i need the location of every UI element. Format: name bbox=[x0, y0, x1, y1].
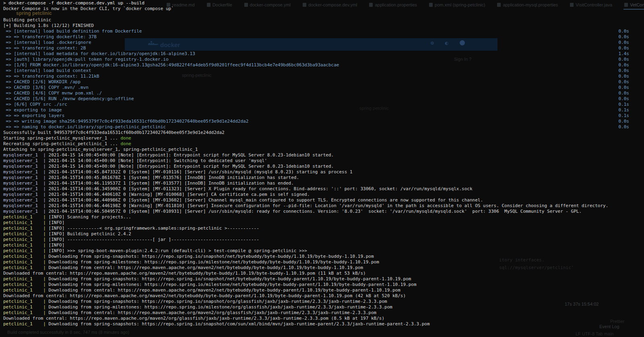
terminal-line bbox=[3, 12, 644, 17]
terminal-line: mysqlserver_1 | 2021-04-15T14:00:46.5049… bbox=[3, 209, 644, 214]
build-step-text: => CACHED [3/6] COPY .mvn/ .mvn bbox=[3, 85, 89, 90]
terminal-line: mysqlserver_1 | 2021-04-15T14:00:45.8473… bbox=[3, 169, 644, 175]
log-text: [+] Building 1.8s (12/12) FINISHED bbox=[3, 23, 94, 28]
service-name: mysqlserver_1 | bbox=[3, 152, 49, 158]
service-name: petclinic_1 | bbox=[3, 304, 49, 310]
terminal-line: => => writing image sha256:9495379f7c0c4… bbox=[3, 119, 644, 124]
build-step-text: => => naming to docker.io/library/spring… bbox=[3, 124, 166, 129]
log-text: Downloading from spring-snapshots: https… bbox=[49, 299, 387, 304]
terminal-line: mysqlserver_1 | 2021-04-15T14:00:46.1195… bbox=[3, 181, 644, 186]
log-text: Attaching to spring-petclinic_mysqlserve… bbox=[3, 147, 198, 152]
build-step-duration: 0.0s bbox=[619, 90, 630, 96]
terminal-line: Downloaded from central: https://repo.ma… bbox=[3, 271, 644, 276]
log-text: [INFO] Scanning for projects... bbox=[49, 214, 131, 220]
service-name: mysqlserver_1 | bbox=[3, 186, 49, 191]
build-step-duration: 0.0s bbox=[619, 57, 630, 62]
log-text: Starting spring-petclinic_mysqlserver_1 … bbox=[3, 136, 120, 141]
terminal-line: => [internal] load build definition from… bbox=[3, 29, 644, 34]
terminal-line: Building petclinic bbox=[3, 17, 644, 23]
log-text: Downloading from spring-milestones: http… bbox=[49, 259, 379, 265]
terminal-line: => CACHED [5/6] RUN ./mvnw dependency:go… bbox=[3, 96, 644, 102]
log-text: Downloading from spring-milestones: http… bbox=[49, 282, 417, 287]
done-badge: done bbox=[120, 136, 131, 141]
log-text: Downloaded from central: https://repo.ma… bbox=[3, 316, 384, 321]
log-text: Recreating spring-petclinic_petclinic_1 … bbox=[3, 141, 120, 146]
service-name: mysqlserver_1 | bbox=[3, 181, 49, 186]
build-step-duration: 1.4s bbox=[619, 51, 630, 57]
log-text: Downloading from spring-snapshots: https… bbox=[49, 254, 374, 259]
terminal-line: petclinic_1 | Downloading from spring-sn… bbox=[3, 299, 644, 304]
build-step-duration: 0.0s bbox=[619, 74, 630, 79]
log-text: [INFO] ------------< org.springframework… bbox=[49, 226, 259, 231]
terminal-line: => => transferring dockerfile: 37B0.0s bbox=[3, 34, 644, 40]
build-step-text: => => transferring context: 11.21kB bbox=[3, 74, 99, 79]
build-step-duration: 0.1s bbox=[619, 107, 630, 113]
done-badge: done bbox=[120, 141, 131, 146]
log-text: Downloaded from central: https://repo.ma… bbox=[3, 293, 406, 298]
log-text: Docker Compose is now in the Docker CLI,… bbox=[3, 6, 174, 11]
terminal-line: petclinic_1 | Downloading from spring-mi… bbox=[3, 304, 644, 310]
terminal-line: mysqlserver_1 | 2021-04-15T14:00:46.4406… bbox=[3, 192, 644, 197]
build-step-duration: 0.0s bbox=[619, 40, 630, 45]
terminal-line: petclinic_1 | Downloading from central: … bbox=[3, 265, 644, 271]
service-name: petclinic_1 | bbox=[3, 265, 49, 270]
build-step-duration: 0.0s bbox=[619, 79, 630, 85]
service-name: petclinic_1 | bbox=[3, 259, 49, 265]
service-name: petclinic_1 | bbox=[3, 310, 49, 315]
terminal-line: petclinic_1 | [INFO] >>> spring-boot-mav… bbox=[3, 248, 644, 254]
terminal-line: petclinic_1 | Downloading from spring-sn… bbox=[3, 321, 644, 327]
log-text: [INFO] --------------------------------[… bbox=[49, 237, 259, 242]
terminal-line: Recreating spring-petclinic_petclinic_1 … bbox=[3, 141, 644, 147]
build-step-text: => [internal] load .dockerignore bbox=[3, 40, 91, 45]
terminal-line: [+] Building 1.8s (12/12) FINISHED bbox=[3, 23, 644, 29]
terminal-line: => [1/6] FROM docker.io/library/openjdk:… bbox=[3, 62, 644, 68]
terminal-line: => [auth] library/openjdk:pull token for… bbox=[3, 57, 644, 62]
terminal-line: petclinic_1 | [INFO] Building petclinic … bbox=[3, 231, 644, 237]
terminal-line: => => transferring context: 11.21kB0.0s bbox=[3, 74, 644, 79]
build-step-text: => CACHED [4/6] COPY mvnw pom.xml ./ bbox=[3, 90, 102, 96]
terminal-line: => CACHED [2/6] WORKDIR /app0.0s bbox=[3, 79, 644, 85]
terminal-line: petclinic_1 | [INFO] ------------< org.s… bbox=[3, 226, 644, 231]
screen: readme.mdDockerfiledocker-compose.ymldoc… bbox=[0, 0, 644, 337]
terminal-line: petclinic_1 | [INFO] Scanning for projec… bbox=[3, 214, 644, 220]
terminal-line: => exporting to image0.1s bbox=[3, 107, 644, 113]
build-step-text: => [6/6] COPY src ./src bbox=[3, 102, 67, 107]
terminal-line: petclinic_1 | Downloading from spring-mi… bbox=[3, 259, 644, 265]
terminal-line: => [internal] load .dockerignore0.0s bbox=[3, 40, 644, 45]
log-text: 2021-04-15T14:00:46.440610Z 0 [Warning] … bbox=[49, 192, 310, 197]
log-text: 2021-04-15 14:00:45+00:00 [Note] [Entryp… bbox=[49, 164, 334, 169]
service-name: petclinic_1 | bbox=[3, 282, 49, 287]
log-text: Building petclinic bbox=[3, 17, 51, 23]
terminal-line: mysqlserver_1 | 2021-04-15 14:00:45+00:0… bbox=[3, 152, 644, 158]
terminal-line: petclinic_1 | Downloading from central: … bbox=[3, 310, 644, 316]
log-text: 2021-04-15T14:00:45.847332Z 0 [System] [… bbox=[49, 169, 353, 175]
build-step-text: => => exporting layers bbox=[3, 113, 64, 118]
log-text: 2021-04-15 14:00:45+00:00 [Note] [Entryp… bbox=[49, 158, 267, 163]
build-step-text: => [auth] library/openjdk:pull token for… bbox=[3, 57, 169, 62]
build-step-duration: 0.1s bbox=[619, 113, 630, 119]
build-step-duration: 0.0s bbox=[619, 85, 630, 90]
log-text: 2021-04-15 14:00:45+00:00 [Note] [Entryp… bbox=[49, 152, 334, 158]
terminal-line: petclinic_1 | Downloading from spring-sn… bbox=[3, 276, 644, 282]
service-name: petclinic_1 | bbox=[3, 242, 49, 248]
service-name: petclinic_1 | bbox=[3, 321, 49, 327]
log-text: 2021-04-15T14:00:45.861678Z 1 [System] [… bbox=[49, 175, 299, 180]
log-text: Downloading from spring-milestones: http… bbox=[49, 304, 392, 310]
terminal-line: mysqlserver_1 | 2021-04-15T14:00:45.8616… bbox=[3, 175, 644, 181]
service-name: petclinic_1 | bbox=[3, 276, 49, 282]
service-name: petclinic_1 | bbox=[3, 237, 49, 242]
service-name: petclinic_1 | bbox=[3, 288, 49, 293]
log-text: [INFO] Building petclinic 2.4.2 bbox=[49, 231, 131, 236]
service-name: mysqlserver_1 | bbox=[3, 169, 49, 175]
terminal-line: Attaching to spring-petclinic_mysqlserve… bbox=[3, 147, 644, 152]
log-text: 2021-04-15T14:00:46.504957Z 0 [System] [… bbox=[49, 209, 582, 214]
build-step-duration: 0.1s bbox=[619, 102, 630, 107]
terminal-window[interactable]: > docker-compose -f docker-compose.dev.y… bbox=[0, 0, 644, 337]
terminal-line: mysqlserver_1 | 2021-04-15 14:00:45+00:0… bbox=[3, 164, 644, 169]
build-step-duration: 0.0s bbox=[619, 34, 630, 40]
terminal-line: mysqlserver_1 | 2021-04-15 14:00:45+00:0… bbox=[3, 158, 644, 164]
terminal-line: petclinic_1 | Downloading from spring-sn… bbox=[3, 254, 644, 259]
build-step-duration: 0.0s bbox=[619, 96, 630, 102]
build-step-duration: 0.0s bbox=[619, 124, 630, 130]
service-name: mysqlserver_1 | bbox=[3, 164, 49, 169]
